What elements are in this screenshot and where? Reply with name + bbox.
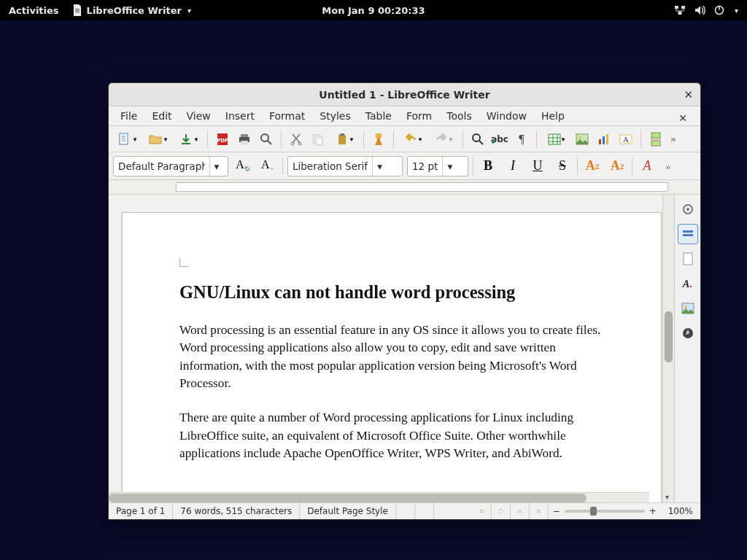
- svg-point-37: [684, 306, 687, 308]
- vertical-scrollbar[interactable]: ▾: [662, 195, 674, 502]
- underline-button[interactable]: U: [527, 156, 548, 176]
- activities-button[interactable]: Activities: [9, 5, 59, 16]
- doc-paragraph[interactable]: Word processing is an essential feature …: [179, 322, 604, 340]
- window-close-button[interactable]: ✕: [684, 88, 693, 101]
- view-singlepage-button[interactable]: [492, 503, 511, 519]
- statusbar: Page 1 of 1 76 words, 515 characters Def…: [109, 502, 700, 519]
- menu-edit[interactable]: Edit: [144, 108, 179, 124]
- sidebar-styles-button[interactable]: A.: [678, 273, 698, 294]
- document-page[interactable]: GNU/Linux can not handle word processing…: [122, 212, 662, 502]
- status-wordcount[interactable]: 76 words, 515 characters: [173, 503, 300, 519]
- status-page[interactable]: Page 1 of 1: [109, 503, 173, 519]
- view-multipage-button[interactable]: [511, 503, 530, 519]
- fmt-overflow-button[interactable]: »: [662, 156, 675, 176]
- scrollbar-thumb[interactable]: [665, 311, 673, 362]
- titlebar[interactable]: Untitled 1 - LibreOffice Writer ✕: [109, 83, 700, 106]
- find-replace-button[interactable]: [468, 130, 487, 149]
- app-menu[interactable]: LibreOffice Writer ▾: [72, 4, 191, 16]
- scroll-down-icon[interactable]: ▾: [665, 493, 669, 501]
- clock[interactable]: Mon Jan 9 00:20:33: [322, 5, 425, 16]
- paste-button[interactable]: ▾: [330, 130, 358, 149]
- insert-table-button[interactable]: ▾: [542, 130, 570, 149]
- update-style-button[interactable]: A↻: [233, 156, 253, 176]
- doc-paragraph[interactable]: Word processing applications also allow …: [179, 339, 604, 393]
- paragraph-style-combo[interactable]: Default Paragraph ▾: [113, 156, 228, 176]
- sidebar-navigator-button[interactable]: [678, 323, 698, 343]
- svg-rect-35: [684, 253, 692, 265]
- subscript-button[interactable]: A2: [607, 156, 627, 176]
- open-button[interactable]: ▾: [144, 130, 171, 149]
- menu-styles[interactable]: Styles: [312, 108, 357, 124]
- bold-button[interactable]: B: [478, 156, 498, 176]
- sidebar-settings-button[interactable]: [678, 199, 698, 219]
- new-doc-button[interactable]: ▾: [113, 130, 141, 149]
- view-book-button[interactable]: [530, 503, 549, 519]
- zoom-out-button[interactable]: −: [553, 506, 560, 516]
- sidebar-gallery-button[interactable]: [678, 298, 698, 319]
- insert-textbox-button[interactable]: A: [616, 130, 635, 149]
- power-icon[interactable]: [714, 5, 724, 15]
- chevron-down-icon: ▾: [187, 7, 191, 15]
- svg-rect-9: [241, 134, 248, 137]
- copy-button[interactable]: [309, 130, 328, 149]
- menu-table[interactable]: Table: [358, 108, 399, 124]
- volume-icon[interactable]: [694, 5, 705, 15]
- status-insertmode[interactable]: [415, 503, 434, 519]
- document-close-button[interactable]: ✕: [671, 110, 694, 126]
- chevron-down-icon: ▾: [442, 157, 457, 176]
- export-pdf-button[interactable]: PDF: [213, 130, 232, 149]
- network-icon[interactable]: [674, 5, 686, 15]
- clone-formatting-button[interactable]: [369, 130, 388, 149]
- window-title: Untitled 1 - LibreOffice Writer: [319, 89, 489, 101]
- print-button[interactable]: [235, 130, 254, 149]
- undo-button[interactable]: ▾: [399, 130, 427, 149]
- clear-formatting-button[interactable]: A: [637, 156, 657, 176]
- font-size-combo[interactable]: 12 pt ▾: [407, 156, 468, 176]
- sidebar-page-button[interactable]: [678, 249, 698, 269]
- zoom-controls[interactable]: − +: [549, 503, 661, 519]
- document-viewport[interactable]: GNU/Linux can not handle word processing…: [109, 195, 662, 502]
- cut-button[interactable]: [287, 130, 306, 149]
- svg-rect-42: [519, 510, 521, 513]
- margin-marker-icon: [179, 258, 188, 267]
- menu-view[interactable]: View: [179, 108, 218, 124]
- menu-format[interactable]: Format: [262, 108, 312, 124]
- redo-button[interactable]: ▾: [430, 130, 457, 149]
- insert-pagebreak-button[interactable]: [646, 130, 665, 149]
- menu-insert[interactable]: Insert: [218, 108, 262, 124]
- horizontal-scrollbar[interactable]: [109, 492, 649, 502]
- zoom-in-button[interactable]: +: [649, 506, 657, 516]
- toolbar-overflow-button[interactable]: »: [668, 130, 678, 149]
- menu-window[interactable]: Window: [479, 108, 534, 124]
- menu-file[interactable]: File: [113, 108, 144, 124]
- sidebar-properties-button[interactable]: [678, 224, 698, 244]
- doc-heading[interactable]: GNU/Linux can not handle word processing: [179, 280, 604, 306]
- slider-knob[interactable]: [590, 507, 597, 516]
- new-style-button[interactable]: A+: [258, 156, 278, 176]
- formatting-marks-button[interactable]: ¶: [512, 130, 531, 149]
- strikethrough-button[interactable]: S: [552, 156, 573, 176]
- menu-form[interactable]: Form: [399, 108, 439, 124]
- font-name-combo[interactable]: Liberation Serif ▾: [287, 156, 403, 176]
- superscript-button[interactable]: A2: [582, 156, 603, 176]
- chevron-down-icon: ▾: [209, 157, 223, 176]
- insert-chart-button[interactable]: [595, 130, 614, 149]
- svg-rect-19: [376, 133, 382, 138]
- spellcheck-button[interactable]: abc✔: [490, 130, 509, 149]
- save-button[interactable]: ▾: [174, 130, 202, 149]
- status-signature[interactable]: [473, 503, 492, 519]
- sidebar-panel: A.: [674, 195, 700, 502]
- italic-button[interactable]: I: [503, 156, 523, 176]
- document-icon: [72, 4, 82, 16]
- scrollbar-thumb[interactable]: [109, 494, 587, 502]
- horizontal-ruler[interactable]: [109, 180, 700, 195]
- insert-image-button[interactable]: [573, 130, 592, 149]
- print-preview-button[interactable]: [257, 130, 276, 149]
- menu-help[interactable]: Help: [534, 108, 572, 124]
- zoom-percent[interactable]: 100%: [661, 503, 700, 519]
- menu-tools[interactable]: Tools: [439, 108, 479, 124]
- doc-paragraph[interactable]: There are quite a number of Word process…: [179, 409, 604, 463]
- zoom-slider[interactable]: [565, 510, 645, 513]
- status-language[interactable]: [396, 503, 415, 519]
- status-pagestyle[interactable]: Default Page Style: [300, 503, 396, 519]
